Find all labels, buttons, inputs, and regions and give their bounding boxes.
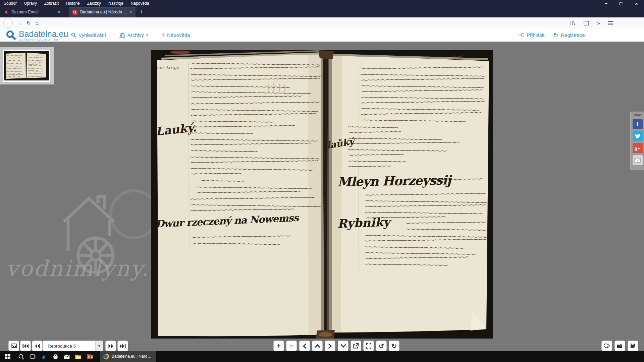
restore-icon[interactable] <box>614 0 629 7</box>
chevron-right-icon <box>328 344 332 349</box>
forward-icon[interactable]: → <box>17 20 22 26</box>
previous-page-button[interactable] <box>32 341 43 351</box>
nav-help-link[interactable]: ? Nápověda <box>162 32 190 38</box>
question-icon: ? <box>162 32 165 38</box>
reproduction-select-value: Reprodukce 5 <box>43 344 95 349</box>
chevron-down-icon <box>341 344 346 348</box>
sidebar-toggle-icon[interactable] <box>584 21 589 25</box>
chevron-left-icon <box>303 344 306 349</box>
next-page-button[interactable] <box>105 341 116 351</box>
heading-mleyn: Mleyn Horzeyssij <box>337 173 451 189</box>
first-page-button[interactable] <box>20 341 31 351</box>
menu-upravy[interactable]: Úpravy <box>20 0 41 7</box>
file-explorer-button[interactable] <box>72 351 84 362</box>
open-in-new-button[interactable] <box>351 341 361 351</box>
seznam-icon <box>4 10 9 14</box>
tab-title: Badatelna.eu | Národní archiv - <box>80 10 127 14</box>
minimize-icon[interactable]: – <box>599 0 614 7</box>
mail-app-button[interactable] <box>61 351 72 362</box>
fullscreen-button[interactable] <box>363 341 374 351</box>
hamburger-menu-icon[interactable] <box>608 21 613 25</box>
svg-text:P: P <box>88 355 90 359</box>
chevron-down-icon: ▾ <box>146 33 148 37</box>
pan-left-button[interactable] <box>299 341 310 351</box>
home-icon[interactable]: ⌂ <box>36 20 39 26</box>
bank-icon <box>119 33 125 38</box>
toolbar-right-icons: » <box>566 20 617 26</box>
new-tab-icon[interactable]: + <box>136 7 147 17</box>
nav-archives-link[interactable]: Archivy ▾ <box>119 32 148 38</box>
login-link[interactable]: Přihlásit <box>519 32 544 38</box>
store-button[interactable] <box>50 351 61 362</box>
search-icon <box>18 354 24 360</box>
menu-napoveda[interactable]: Nápověda <box>127 0 153 7</box>
comments-icon <box>604 344 610 348</box>
last-page-button[interactable] <box>117 341 128 351</box>
taskbar-active-firefox[interactable]: Badatelna.eu | Národ... <box>100 351 156 362</box>
page-thumbnail[interactable] <box>3 50 50 82</box>
windows-taskbar: e P Badatelna.eu | Národ... <box>0 351 644 362</box>
menu-zobrazit[interactable]: Zobrazit <box>41 0 62 7</box>
task-view-button[interactable] <box>27 351 38 362</box>
edge-browser-button[interactable]: e <box>38 351 50 362</box>
folder-icon <box>75 354 81 359</box>
tab-close-icon[interactable]: × <box>129 9 132 15</box>
thumbnails-toggle-button[interactable] <box>8 341 19 351</box>
badatelna-logo-icon <box>6 30 16 40</box>
menu-historie[interactable]: Historie <box>62 0 84 7</box>
zoom-out-button[interactable]: − <box>286 341 297 351</box>
rotate-cw-button[interactable]: ↻ <box>389 341 399 351</box>
tab-seznam-email[interactable]: Seznam Email × <box>1 7 64 17</box>
register-link[interactable]: Registrace <box>553 32 585 38</box>
email-share-icon[interactable] <box>633 155 643 165</box>
pan-right-button[interactable] <box>325 341 335 351</box>
watermark-text: vodnimlyny.cz <box>6 256 175 281</box>
powerpoint-button[interactable]: P <box>84 351 95 362</box>
pan-up-button[interactable] <box>312 341 323 351</box>
taskbar-search-button[interactable] <box>15 351 27 362</box>
powerpoint-icon: P <box>87 354 93 359</box>
library-icon[interactable] <box>570 20 576 25</box>
task-view-icon <box>30 354 36 359</box>
last-page-icon <box>120 344 126 348</box>
googleplus-share-icon[interactable]: g+ <box>633 143 643 153</box>
folio-note-left: cm. lxxxje <box>157 65 179 70</box>
taskbar-task-title: Badatelna.eu | Národ... <box>112 354 153 359</box>
start-button[interactable] <box>0 351 15 362</box>
manuscript-image[interactable]: cm. lxxxje Lauký. Dwur rzeczený na Nowem… <box>151 50 493 339</box>
tab-bar: Seznam Email × Badatelna.eu | Národní ar… <box>0 7 644 17</box>
overflow-menu-icon[interactable]: » <box>597 20 600 26</box>
menu-nastroje[interactable]: Nástroje <box>105 0 127 7</box>
nav-search-link[interactable]: Vyhledávání <box>71 32 106 38</box>
close-icon[interactable]: × <box>629 0 644 7</box>
reload-icon[interactable]: ↻ <box>26 20 31 26</box>
open-folder-icon <box>617 344 623 349</box>
zoom-in-button[interactable]: + <box>273 341 284 351</box>
comments-button[interactable] <box>601 341 612 351</box>
firefox-menu-bar: Soubor Úpravy Zobrazit Historie Záložky … <box>0 0 644 7</box>
thumbnail-panel <box>0 47 54 84</box>
save-icon <box>630 343 636 349</box>
menu-zalozky[interactable]: Záložky <box>84 0 105 7</box>
search-icon <box>71 33 76 38</box>
site-brand-name: Badatelna.eu <box>19 30 68 38</box>
user-plus-icon <box>553 33 558 38</box>
reproduction-select[interactable]: Reprodukce 5 ▼ <box>43 341 103 351</box>
facebook-share-icon[interactable]: f <box>633 119 643 129</box>
site-logo[interactable]: Badatelna.eu paměťové instituce on-line <box>6 30 68 41</box>
rotate-ccw-button[interactable]: ↺ <box>376 341 387 351</box>
tab-close-icon[interactable]: × <box>58 9 60 15</box>
menu-soubor[interactable]: Soubor <box>0 0 20 7</box>
twitter-share-icon[interactable] <box>633 131 643 141</box>
save-button[interactable] <box>628 341 638 351</box>
store-bag-icon <box>53 354 58 359</box>
select-caret-icon: ▼ <box>95 341 103 351</box>
pan-down-button[interactable] <box>338 341 348 351</box>
edge-icon: e <box>42 352 46 361</box>
tab-title: Seznam Email <box>11 10 55 14</box>
tab-badatelna[interactable]: Badatelna.eu | Národní archiv - × <box>69 7 136 17</box>
image-icon <box>11 344 17 348</box>
fullscreen-icon <box>366 343 371 349</box>
open-folder-button[interactable] <box>614 341 625 351</box>
back-icon[interactable]: ← <box>3 18 13 28</box>
